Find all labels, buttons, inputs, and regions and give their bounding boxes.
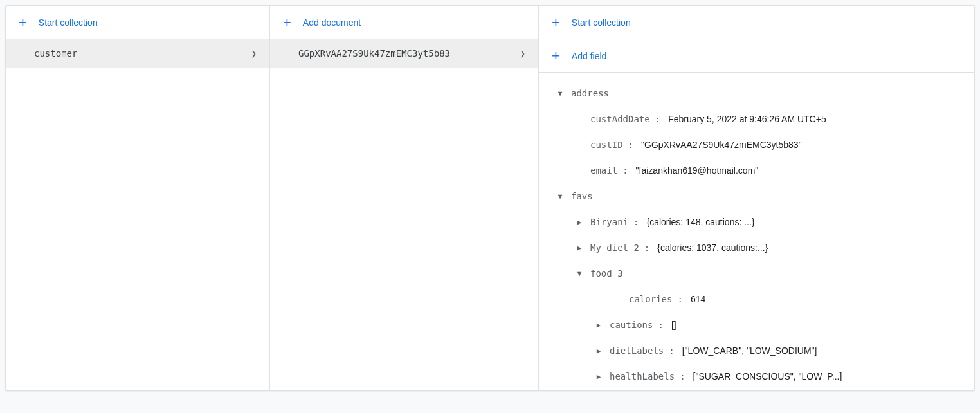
documents-panel: + Add document GGpXRvAA27S9Uk47zmEMC3yt5… <box>270 6 539 390</box>
start-collection-button[interactable]: + Start collection <box>6 6 269 39</box>
field-key: calories <box>629 294 672 304</box>
fields-scroll-area[interactable]: ▼ address custAddDate: February 5, 2022 … <box>539 73 974 390</box>
field-custid[interactable]: custID: "GGpXRvAA27S9Uk47zmEMC3yt5b83" <box>539 132 974 158</box>
field-key: email <box>590 165 617 176</box>
field-key: dietLabels <box>610 345 664 356</box>
field-preview: {calories: 148, cautions: ...} <box>646 217 754 227</box>
field-food3-dietlabels[interactable]: ▶ dietLabels: ["LOW_CARB", "LOW_SODIUM"] <box>539 338 974 363</box>
plus-icon: + <box>19 15 27 30</box>
field-value: ["SUGAR_CONSCIOUS", "LOW_P...] <box>693 371 842 381</box>
add-document-label: Add document <box>303 17 361 28</box>
field-value: [] <box>671 320 676 330</box>
plus-icon: + <box>283 15 291 30</box>
expand-toggle-icon[interactable]: ▼ <box>554 89 566 98</box>
field-key: food 3 <box>590 268 623 279</box>
field-food3-calories[interactable]: calories: 614 <box>539 286 974 312</box>
field-value: 614 <box>691 294 705 304</box>
field-preview: {calories: 1037, cautions:...} <box>657 243 768 253</box>
field-value: ["LOW_CARB", "LOW_SODIUM"] <box>682 345 817 356</box>
start-collection-button[interactable]: + Start collection <box>539 6 974 39</box>
field-favs-biryani[interactable]: ▶ Biryani : {calories: 148, cautions: ..… <box>539 209 974 235</box>
document-item[interactable]: GGpXRvAA27S9Uk47zmEMC3yt5b83 ❯ <box>270 39 538 68</box>
field-key: cautions <box>610 320 653 330</box>
field-value: "faizankhan619@hotmail.com" <box>636 165 759 176</box>
field-address[interactable]: ▼ address <box>539 80 974 106</box>
fields-panel: + Start collection + Add field ▼ address… <box>539 6 974 390</box>
expand-toggle-icon[interactable]: ▶ <box>574 218 585 226</box>
field-key: favs <box>571 191 593 201</box>
expand-toggle-icon[interactable]: ▶ <box>574 244 585 252</box>
plus-icon: + <box>552 49 560 63</box>
add-field-button[interactable]: + Add field <box>539 39 974 73</box>
collection-item-customer[interactable]: customer ❯ <box>6 39 269 68</box>
expand-toggle-icon[interactable]: ▼ <box>574 270 585 278</box>
field-custadddate[interactable]: custAddDate: February 5, 2022 at 9:46:26… <box>539 106 974 132</box>
field-key: custID <box>590 140 623 150</box>
start-collection-label: Start collection <box>39 17 98 28</box>
collections-panel: + Start collection customer ❯ <box>6 6 270 390</box>
field-food3-healthlabels[interactable]: ▶ healthLabels: ["SUGAR_CONSCIOUS", "LOW… <box>539 363 974 389</box>
add-document-button[interactable]: + Add document <box>270 6 538 39</box>
field-key: address <box>571 88 609 98</box>
field-favs[interactable]: ▼ favs <box>539 183 974 209</box>
field-key: healthLabels <box>610 371 675 381</box>
field-value: "GGpXRvAA27S9Uk47zmEMC3yt5b83" <box>641 140 802 150</box>
collection-name: customer <box>34 48 77 59</box>
field-key: custAddDate <box>590 114 650 124</box>
expand-toggle-icon[interactable]: ▶ <box>593 347 604 355</box>
field-key: Biryani <box>590 217 628 227</box>
field-favs-mydiet2[interactable]: ▶ My diet 2: {calories: 1037, cautions:.… <box>539 235 974 261</box>
start-collection-label: Start collection <box>572 17 631 28</box>
chevron-right-icon: ❯ <box>251 48 257 59</box>
field-key: My diet 2 <box>590 243 639 253</box>
expand-toggle-icon[interactable]: ▼ <box>554 192 566 201</box>
chevron-right-icon: ❯ <box>520 48 525 59</box>
field-email[interactable]: email: "faizankhan619@hotmail.com" <box>539 158 974 183</box>
field-value: February 5, 2022 at 9:46:26 AM UTC+5 <box>668 114 826 124</box>
document-id: GGpXRvAA27S9Uk47zmEMC3yt5b83 <box>298 48 450 59</box>
plus-icon: + <box>552 15 560 30</box>
field-favs-food3[interactable]: ▼ food 3 <box>539 261 974 286</box>
add-field-label: Add field <box>572 51 606 61</box>
firestore-console: + Start collection customer ❯ + Add docu… <box>5 5 975 391</box>
expand-toggle-icon[interactable]: ▶ <box>593 321 604 329</box>
expand-toggle-icon[interactable]: ▶ <box>593 372 604 381</box>
field-food3-cautions[interactable]: ▶ cautions: [] <box>539 312 974 338</box>
